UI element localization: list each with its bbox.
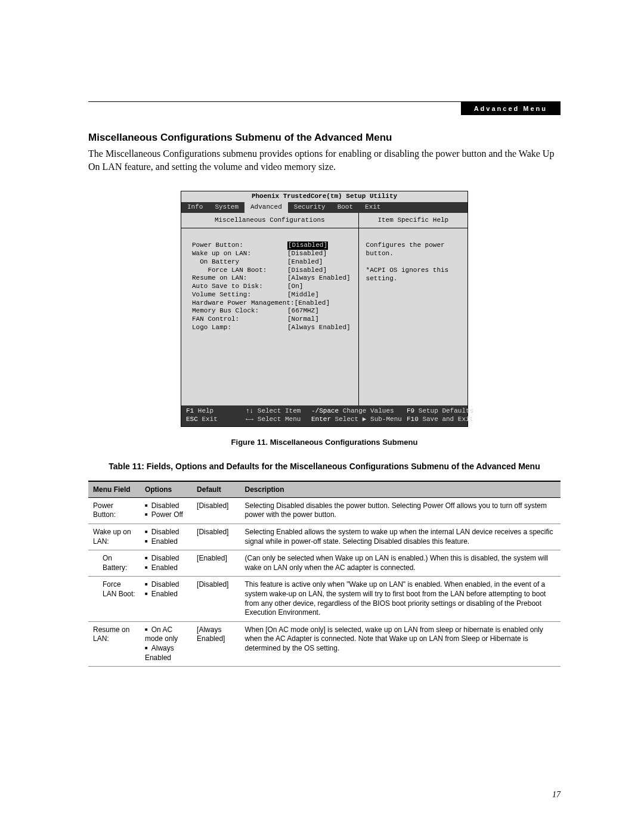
description-cell: Selecting Disabled disables the power bu… <box>240 497 561 524</box>
bios-setting-label: Volume Setting: <box>192 291 287 299</box>
bios-setting-row: On Battery[Enabled] <box>192 258 352 267</box>
menu-field-cell: Power Button: <box>88 497 140 524</box>
bios-footer-hint: Enter Select ▶ Sub-Menu <box>311 416 407 424</box>
bios-tab: Boot <box>332 202 359 213</box>
bios-footer-hint: F1 Help <box>186 407 246 416</box>
bios-setting-value: [Middle] <box>287 291 319 299</box>
bios-setting-row: Auto Save to Disk:[On] <box>192 283 352 291</box>
option-item: Always Enabled <box>145 644 187 662</box>
page-number: 17 <box>552 790 561 800</box>
option-item: Disabled <box>145 528 187 537</box>
bios-tab: Security <box>288 202 332 213</box>
bios-setting-row: Resume on LAN:[Always Enabled] <box>192 274 352 283</box>
option-item: Disabled <box>145 580 187 590</box>
menu-field-cell: Resume on LAN: <box>88 621 140 666</box>
options-cell: DisabledEnabled <box>140 577 192 621</box>
bios-title: Phoenix TrustedCore(tm) Setup Utility <box>181 191 467 202</box>
bios-footer-hint: ↑↓ Select Item <box>246 407 311 416</box>
menu-field-cell: Force LAN Boot: <box>88 577 140 621</box>
default-cell: [Disabled] <box>192 524 240 550</box>
bios-footer-hint: F9 Setup Defaults <box>407 407 478 416</box>
bios-setting-value: [Always Enabled] <box>287 274 351 283</box>
options-cell: DisabledPower Off <box>140 497 192 524</box>
bios-help-pane: Configures the power button. *ACPI OS ig… <box>359 228 467 405</box>
table-row: Resume on LAN:On AC mode onlyAlways Enab… <box>88 621 561 666</box>
bios-footer-hint: -/Space Change Values <box>311 407 407 416</box>
bios-tab-bar: InfoSystemAdvancedSecurityBootExit <box>181 202 467 213</box>
default-cell: [Disabled] <box>192 497 240 524</box>
bios-setting-row: Hardware Power Management:[Enabled] <box>192 299 352 308</box>
option-item: Disabled <box>145 554 187 563</box>
option-item: Power Off <box>145 510 187 520</box>
description-cell: (Can only be selected when Wake up on LA… <box>240 550 561 577</box>
bios-tab: System <box>209 202 244 213</box>
table-header-cell: Menu Field <box>88 481 140 498</box>
option-item: Disabled <box>145 501 187 511</box>
bios-setting-label: On Battery <box>192 258 287 267</box>
table-header-cell: Options <box>140 481 192 498</box>
bios-setting-label: Wake up on LAN: <box>192 250 287 258</box>
option-item: Enabled <box>145 563 187 573</box>
bios-setting-value: [Disabled] <box>287 241 328 250</box>
bios-settings-list: Power Button:[Disabled]Wake up on LAN:[D… <box>181 228 358 405</box>
default-cell: [Enabled] <box>192 550 240 577</box>
description-cell: Selecting Enabled allows the system to w… <box>240 524 561 550</box>
bios-footer-hint: F10 Save and Exit <box>407 416 478 424</box>
bios-setting-row: Wake up on LAN:[Disabled] <box>192 250 352 258</box>
bios-setting-row: Volume Setting:[Middle] <box>192 291 352 299</box>
bios-setting-label: Memory Bus Clock: <box>192 307 287 315</box>
bios-setting-label: Force LAN Boot: <box>192 267 287 275</box>
bios-right-pane-title: Item Specific Help <box>359 213 467 229</box>
bios-setting-value: [Disabled] <box>287 267 327 275</box>
option-item: On AC mode only <box>145 625 187 644</box>
bios-footer: F1 Help↑↓ Select Item-/Space Change Valu… <box>181 405 467 426</box>
bios-setting-value: [667MHZ] <box>287 307 319 315</box>
table-row: Power Button:DisabledPower Off[Disabled]… <box>88 497 561 524</box>
bios-tab: Advanced <box>244 202 288 213</box>
options-cell: DisabledEnabled <box>140 550 192 577</box>
description-cell: This feature is active only when "Wake u… <box>240 577 561 621</box>
options-cell: DisabledEnabled <box>140 524 192 550</box>
bios-screenshot: Phoenix TrustedCore(tm) Setup Utility In… <box>181 191 468 427</box>
bios-footer-hint: ←→ Select Menu <box>246 416 311 424</box>
table-row: On Battery:DisabledEnabled[Enabled](Can … <box>88 550 561 577</box>
bios-setting-value: [Normal] <box>287 315 319 324</box>
option-item: Enabled <box>145 590 187 599</box>
bios-setting-value: [Always Enabled] <box>287 324 351 332</box>
options-table: Menu FieldOptionsDefaultDescription Powe… <box>88 481 561 667</box>
bios-setting-row: Power Button:[Disabled] <box>192 241 352 250</box>
options-cell: On AC mode onlyAlways Enabled <box>140 621 192 666</box>
bios-footer-hint: ESC Exit <box>186 416 246 424</box>
table-row: Wake up on LAN:DisabledEnabled[Disabled]… <box>88 524 561 550</box>
bios-help-line: Configures the power button. <box>366 241 462 258</box>
header-rule: Advanced Menu <box>88 101 561 102</box>
option-item: Enabled <box>145 537 187 547</box>
section-heading: Miscellaneous Configurations Submenu of … <box>88 132 561 144</box>
header-chapter-box: Advanced Menu <box>461 102 561 115</box>
table-header-cell: Default <box>192 481 240 498</box>
description-cell: When [On AC mode only] is selected, wake… <box>240 621 561 666</box>
menu-field-cell: On Battery: <box>88 550 140 577</box>
default-cell: [Always Enabled] <box>192 621 240 666</box>
bios-setting-row: Memory Bus Clock:[667MHZ] <box>192 307 352 315</box>
bios-setting-value: [Enabled] <box>295 299 330 308</box>
bios-setting-label: FAN Control: <box>192 315 287 324</box>
bios-setting-row: Force LAN Boot:[Disabled] <box>192 267 352 275</box>
bios-setting-label: Hardware Power Management: <box>192 299 295 308</box>
bios-left-pane-title: Miscellaneous Configurations <box>181 213 358 229</box>
bios-setting-label: Auto Save to Disk: <box>192 283 287 291</box>
bios-setting-value: [On] <box>287 283 303 291</box>
bios-tab: Info <box>181 202 209 213</box>
table-caption: Table 11: Fields, Options and Defaults f… <box>88 461 561 472</box>
bios-setting-row: Logo Lamp:[Always Enabled] <box>192 324 352 332</box>
table-row: Force LAN Boot:DisabledEnabled[Disabled]… <box>88 577 561 621</box>
bios-setting-value: [Disabled] <box>287 250 327 258</box>
table-header-cell: Description <box>240 481 561 498</box>
bios-setting-label: Resume on LAN: <box>192 274 287 283</box>
menu-field-cell: Wake up on LAN: <box>88 524 140 550</box>
bios-tab: Exit <box>359 202 386 213</box>
bios-setting-value: [Enabled] <box>287 258 323 267</box>
default-cell: [Disabled] <box>192 577 240 621</box>
intro-paragraph: The Miscellaneous Configurations submenu… <box>88 147 561 173</box>
bios-help-line: *ACPI OS ignores this setting. <box>366 267 462 283</box>
